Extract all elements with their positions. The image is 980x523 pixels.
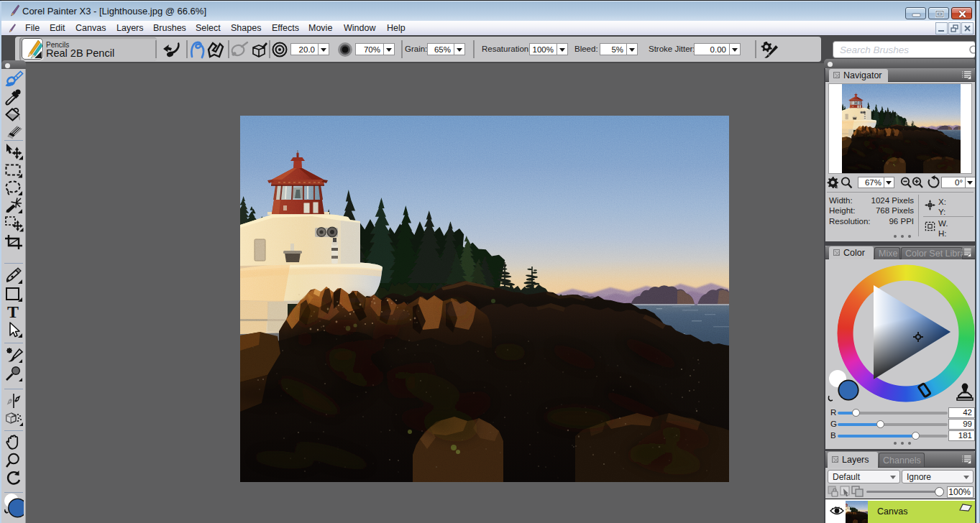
svg-text:T: T — [7, 303, 19, 320]
